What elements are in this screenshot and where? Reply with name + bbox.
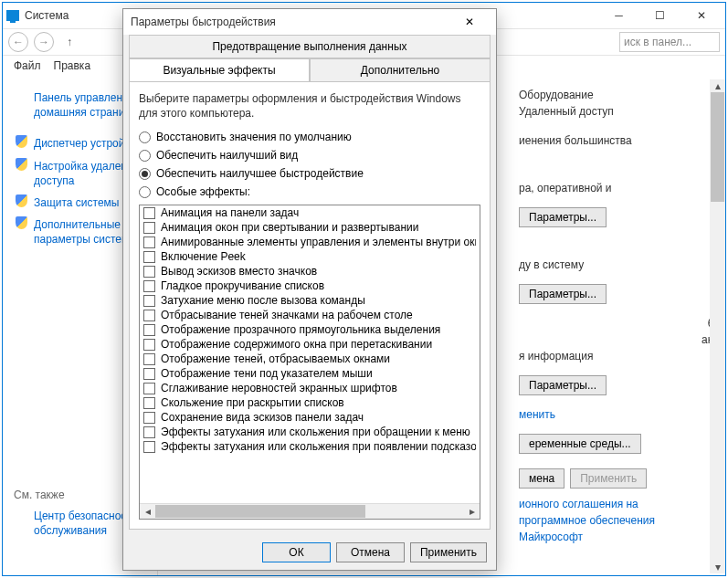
apply-button[interactable]: Применить — [410, 542, 487, 562]
nav-forward-button[interactable]: → — [34, 32, 54, 52]
checkbox-icon[interactable] — [143, 222, 155, 234]
effect-label: Отображение содержимого окна при перетас… — [161, 338, 432, 351]
effect-item[interactable]: Включение Peek — [140, 249, 480, 264]
checkbox-icon[interactable] — [143, 310, 155, 321]
minimize-button[interactable]: ─ — [598, 3, 639, 28]
main-right-column: Оборудование Удаленный доступ иенения бо… — [519, 78, 720, 575]
hscroll-right-icon[interactable]: ▸ — [464, 504, 480, 520]
checkbox-icon[interactable] — [143, 339, 155, 351]
nav-back-button[interactable]: ← — [8, 32, 28, 52]
label-hardware-tab: Оборудование — [519, 87, 720, 103]
params-button-2[interactable]: Параметры... — [519, 284, 607, 304]
effect-label: Отображение тени под указателем мыши — [161, 367, 373, 380]
effect-item[interactable]: Эффекты затухания или скольжения при поя… — [140, 439, 480, 454]
ok-button[interactable]: ОК — [262, 542, 331, 562]
tab-advanced[interactable]: Дополнительно — [310, 58, 491, 81]
bg-apply-button[interactable]: Применить — [570, 468, 647, 489]
effect-item[interactable]: Отображение теней, отбрасываемых окнами — [140, 352, 480, 366]
params-button-3[interactable]: Параметры... — [519, 375, 607, 395]
checkbox-icon[interactable] — [143, 266, 155, 278]
effects-list[interactable]: Анимация на панели задачАнимация окон пр… — [140, 205, 480, 503]
checkbox-icon[interactable] — [143, 441, 155, 453]
scroll-thumb[interactable] — [711, 92, 724, 202]
tab-dep[interactable]: Предотвращение выполнения данных — [129, 35, 491, 58]
checkbox-icon[interactable] — [143, 251, 155, 263]
radio-custom[interactable]: Особые эффекты: — [139, 183, 480, 201]
checkbox-icon[interactable] — [143, 295, 155, 307]
checkbox-icon[interactable] — [143, 397, 155, 409]
radio-icon — [139, 186, 151, 198]
effect-label: Анимация окон при свертывании и разверты… — [161, 221, 418, 234]
effect-item[interactable]: Отображение содержимого окна при перетас… — [140, 337, 480, 352]
hscroll-track[interactable] — [155, 504, 464, 519]
effect-item[interactable]: Сглаживание неровностей экранных шрифтов — [140, 381, 480, 395]
effect-item[interactable]: Скольжение при раскрытии списков — [140, 395, 480, 410]
effect-item[interactable]: Гладкое прокручивание списков — [140, 278, 480, 293]
checkbox-icon[interactable] — [143, 412, 155, 424]
window-buttons: ─ ☐ ✕ — [598, 3, 722, 28]
effect-item[interactable]: Анимация окон при свертывании и разверты… — [140, 220, 480, 235]
menu-file[interactable]: Файл — [14, 59, 41, 72]
effect-item[interactable]: Отображение прозрачного прямоугольника в… — [140, 322, 480, 337]
params-button-1[interactable]: Параметры... — [519, 207, 607, 227]
search-placeholder: иск в панел... — [624, 36, 691, 48]
radio-restore-defaults[interactable]: Восстановить значения по умолчанию — [139, 128, 480, 146]
radio-label: Обеспечить наилучшее быстродействие — [156, 167, 364, 180]
scroll-up-icon[interactable]: ▴ — [710, 79, 725, 92]
label-login: ду в систему — [519, 257, 720, 273]
checkbox-icon[interactable] — [143, 207, 155, 219]
link-change[interactable]: менить — [519, 406, 720, 423]
main-scrollbar[interactable]: ▴ ▾ — [710, 79, 725, 573]
effect-item[interactable]: Анимированные элементы управления и элем… — [140, 235, 480, 249]
close-button[interactable]: ✕ — [681, 3, 722, 28]
effect-item[interactable]: Вывод эскизов вместо значков — [140, 264, 480, 278]
effect-label: Отображение теней, отбрасываемых окнами — [161, 352, 390, 365]
label-arch: 64 — [519, 315, 720, 331]
radio-icon — [139, 131, 151, 143]
checkbox-icon[interactable] — [143, 280, 155, 292]
label-perf-note: ра, оперативной и — [519, 180, 720, 196]
checkbox-icon[interactable] — [143, 324, 155, 336]
hscroll-thumb[interactable] — [155, 505, 365, 518]
label-status: ана — [519, 331, 720, 348]
monitor-icon — [6, 10, 19, 21]
env-vars-button[interactable]: еременные среды... — [519, 434, 641, 454]
label-info: я информация — [519, 348, 720, 364]
cancel-button[interactable]: Отмена — [336, 542, 405, 562]
tab-visual-effects[interactable]: Визуальные эффекты — [129, 58, 310, 81]
scroll-down-icon[interactable]: ▾ — [710, 561, 725, 573]
effect-item[interactable]: Анимация на панели задач — [140, 205, 480, 220]
effect-item[interactable]: Сохранение вида эскизов панели задач — [140, 410, 480, 425]
nav-up-button[interactable]: ↑ — [59, 32, 79, 52]
radio-best-appearance[interactable]: Обеспечить наилучший вид — [139, 146, 480, 164]
effect-label: Анимированные элементы управления и элем… — [161, 236, 476, 248]
checkbox-icon[interactable] — [143, 236, 155, 248]
effect-label: Сглаживание неровностей экранных шрифтов — [161, 382, 397, 394]
perf-close-button[interactable]: ✕ — [450, 10, 489, 34]
maximize-button[interactable]: ☐ — [639, 3, 681, 28]
link-license-1[interactable]: ионного соглашения на — [519, 496, 720, 512]
effect-label: Затухание меню после вызова команды — [161, 294, 365, 307]
checkbox-icon[interactable] — [143, 426, 155, 438]
search-input[interactable]: иск в панел... — [619, 32, 720, 52]
effect-label: Гладкое прокручивание списков — [161, 279, 324, 292]
radio-label: Особые эффекты: — [156, 185, 250, 198]
effect-item[interactable]: Затухание меню после вызова команды — [140, 293, 480, 308]
effect-label: Эффекты затухания или скольжения при обр… — [161, 426, 470, 438]
checkbox-icon[interactable] — [143, 383, 155, 394]
link-license-2[interactable]: программное обеспечения — [519, 512, 720, 529]
effect-item[interactable]: Отбрасывание теней значками на рабочем с… — [140, 308, 480, 322]
link-license-3[interactable]: Майкрософт — [519, 529, 720, 545]
effect-item[interactable]: Отображение тени под указателем мыши — [140, 366, 480, 381]
checkbox-icon[interactable] — [143, 368, 155, 380]
effect-item[interactable]: Эффекты затухания или скольжения при обр… — [140, 425, 480, 439]
radio-icon — [139, 168, 151, 180]
radio-best-performance[interactable]: Обеспечить наилучшее быстродействие — [139, 164, 480, 183]
effect-label: Вывод эскизов вместо значков — [161, 265, 317, 278]
horizontal-scrollbar[interactable]: ◂ ▸ — [140, 503, 480, 519]
checkbox-icon[interactable] — [143, 353, 155, 365]
bg-cancel-button[interactable]: мена — [519, 468, 564, 489]
hscroll-left-icon[interactable]: ◂ — [140, 504, 155, 520]
perf-titlebar: Параметры быстродействия ✕ — [123, 9, 496, 35]
menu-edit[interactable]: Правка — [54, 59, 91, 72]
